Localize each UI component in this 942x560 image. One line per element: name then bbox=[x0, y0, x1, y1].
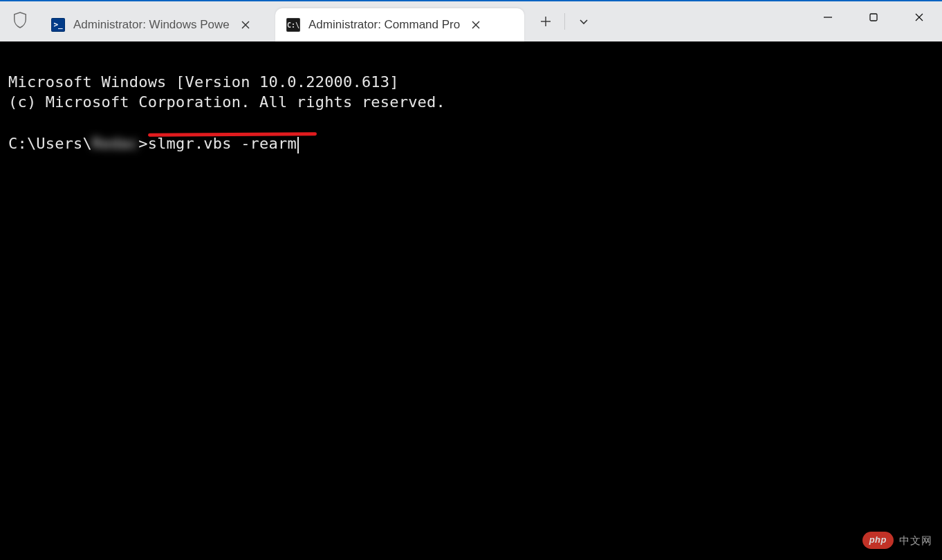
watermark-text: 中文网 bbox=[899, 534, 932, 548]
minimize-button[interactable] bbox=[805, 1, 851, 33]
powershell-icon: >_ bbox=[51, 18, 65, 32]
terminal-body[interactable]: Microsoft Windows [Version 10.0.22000.61… bbox=[0, 41, 942, 560]
titlebar-shield bbox=[0, 1, 40, 41]
tab-powershell[interactable]: >_ Administrator: Windows Powe bbox=[40, 8, 275, 41]
terminal-line: Microsoft Windows [Version 10.0.22000.61… bbox=[8, 73, 399, 91]
window-controls bbox=[805, 1, 942, 41]
svg-rect-7 bbox=[870, 14, 877, 21]
cmd-icon: C:\ bbox=[286, 18, 300, 32]
new-tab-button[interactable] bbox=[530, 7, 562, 36]
tab-command-prompt[interactable]: C:\ Administrator: Command Pro bbox=[275, 8, 524, 41]
tab-dropdown-button[interactable] bbox=[568, 7, 600, 36]
separator bbox=[564, 13, 565, 30]
close-tab-button[interactable] bbox=[470, 19, 482, 31]
prompt-username-redacted: Redac bbox=[92, 133, 138, 154]
close-tab-button[interactable] bbox=[239, 19, 252, 31]
text-cursor bbox=[297, 137, 299, 153]
tab-title: Administrator: Command Pro bbox=[308, 18, 460, 32]
tab-title: Administrator: Windows Powe bbox=[73, 18, 230, 32]
watermark: php 中文网 bbox=[862, 532, 932, 549]
watermark-badge: php bbox=[862, 532, 894, 549]
shield-icon bbox=[12, 11, 28, 32]
prompt-line: C:\Users\Redac>slmgr.vbs -rearm bbox=[8, 135, 299, 152]
maximize-button[interactable] bbox=[851, 1, 896, 33]
close-window-button[interactable] bbox=[896, 1, 942, 33]
typed-command: slmgr.vbs -rearm bbox=[148, 135, 297, 152]
tabs-area: >_ Administrator: Windows Powe C:\ Admin… bbox=[40, 1, 524, 41]
terminal-window: >_ Administrator: Windows Powe C:\ Admin… bbox=[0, 0, 942, 560]
terminal-line: (c) Microsoft Corporation. All rights re… bbox=[8, 93, 445, 111]
titlebar[interactable]: >_ Administrator: Windows Powe C:\ Admin… bbox=[0, 1, 942, 41]
prompt-prefix: C:\Users\ bbox=[8, 135, 92, 152]
prompt-suffix: > bbox=[138, 135, 147, 152]
tab-actions bbox=[524, 1, 600, 41]
